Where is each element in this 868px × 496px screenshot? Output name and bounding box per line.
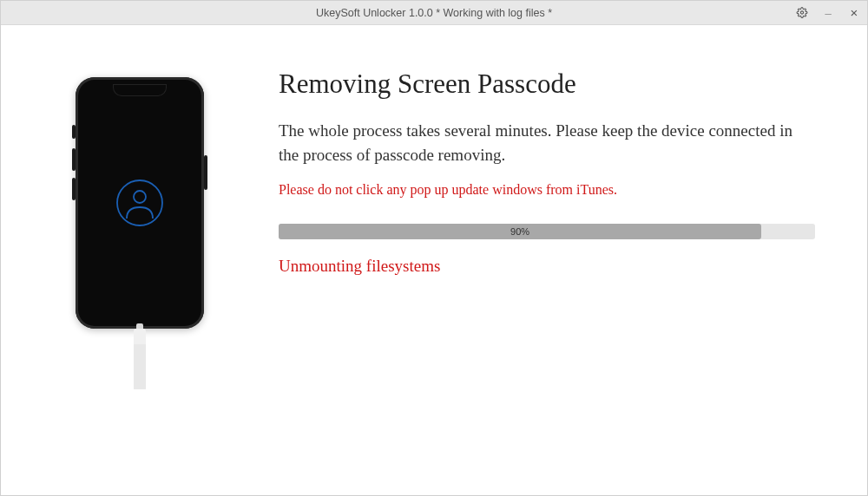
phone-side-button [72,178,76,200]
warning-text: Please do not click any pop up update wi… [279,182,815,198]
progress-bar: 90% [279,224,815,239]
minimize-icon[interactable]: _ [820,3,836,16]
progress-fill: 90% [279,224,761,239]
progress-percent-label: 90% [510,226,529,237]
close-icon[interactable]: × [846,5,862,20]
page-title: Removing Screen Passcode [279,69,815,100]
status-text: Unmounting filesystems [279,257,815,276]
phone-side-button [72,125,76,139]
cable-icon [134,329,146,389]
settings-icon[interactable] [794,7,810,18]
description-text: The whole process takes several minutes.… [279,119,815,166]
phone-body [76,77,204,329]
window-controls: _ × [794,5,862,20]
phone-side-button [204,155,207,190]
user-icon [115,179,164,227]
titlebar: UkeySoft Unlocker 1.0.0 * Working with l… [1,1,867,25]
svg-point-0 [800,11,803,14]
main-panel: Removing Screen Passcode The whole proce… [279,69,832,389]
content-area: Removing Screen Passcode The whole proce… [1,25,867,389]
device-illustration [36,69,244,389]
svg-point-2 [134,191,146,203]
phone-side-button [72,148,76,171]
window-title: UkeySoft Unlocker 1.0.0 * Working with l… [316,7,552,19]
